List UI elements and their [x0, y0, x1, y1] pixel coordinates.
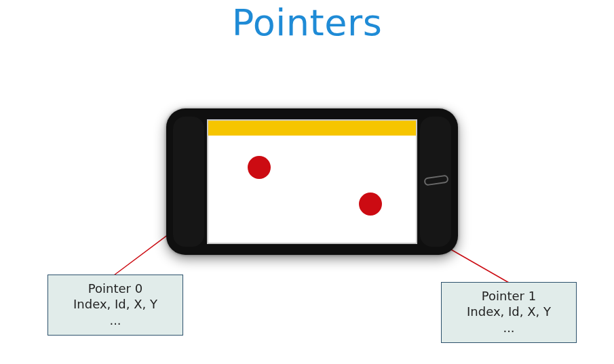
callout-title: Pointer 0 — [52, 281, 178, 296]
callout-title: Pointer 1 — [446, 288, 572, 304]
callout-pointer-0: Pointer 0 Index, Id, X, Y ... — [47, 275, 183, 336]
status-bar — [208, 121, 416, 136]
callout-more: ... — [52, 312, 178, 328]
callout-pointer-1: Pointer 1 Index, Id, X, Y ... — [441, 282, 577, 343]
callout-fields: Index, Id, X, Y — [52, 296, 178, 312]
callout-fields: Index, Id, X, Y — [446, 304, 572, 319]
callout-more: ... — [446, 320, 572, 336]
touch-point-1-icon — [359, 193, 382, 216]
phone-illustration — [166, 108, 458, 255]
touch-point-0-icon — [248, 156, 271, 179]
phone-bezel-left — [173, 117, 204, 247]
diagram-stage: Pointers Pointer 0 Index, Id, X, Y ... P… — [0, 0, 614, 364]
phone-screen — [207, 119, 417, 244]
page-title: Pointers — [0, 1, 614, 44]
